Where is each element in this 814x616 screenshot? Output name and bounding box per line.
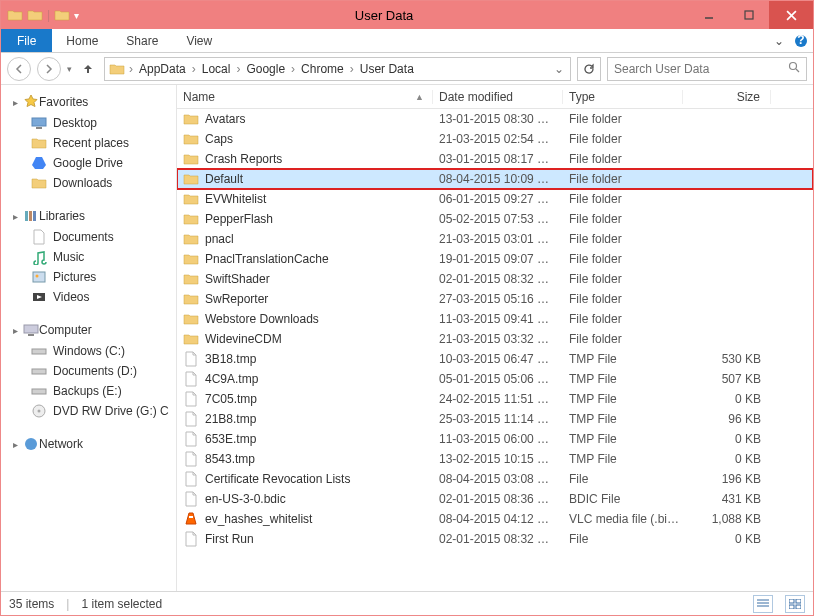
column-size[interactable]: Size [683,90,771,104]
sidebar-group-computer[interactable]: ▸ Computer [1,319,176,341]
details-view-button[interactable] [753,595,773,613]
column-date[interactable]: Date modified [433,90,563,104]
file-row[interactable]: 4C9A.tmp05-01-2015 05:06 …TMP File507 KB [177,369,813,389]
close-button[interactable] [769,1,813,29]
folder-icon [183,311,199,327]
file-row[interactable]: PepperFlash05-02-2015 07:53 …File folder [177,209,813,229]
recent-dropdown-icon[interactable]: ▾ [67,64,72,74]
file-row[interactable]: en-US-3-0.bdic02-01-2015 08:36 …BDIC Fil… [177,489,813,509]
sidebar-item-downloads[interactable]: Downloads [1,173,176,193]
sidebar-item-videos[interactable]: Videos [1,287,176,307]
file-row[interactable]: Webstore Downloads11-03-2015 09:41 …File… [177,309,813,329]
file-type: TMP File [563,452,683,466]
sidebar-item-drive-c[interactable]: Windows (C:) [1,341,176,361]
crumb[interactable]: Local [198,62,235,76]
search-box[interactable] [607,57,807,81]
chevron-right-icon[interactable]: › [127,62,135,76]
file-menu[interactable]: File [1,29,52,52]
crumb[interactable]: Chrome [297,62,348,76]
crumb[interactable]: AppData [135,62,190,76]
file-name: 3B18.tmp [205,352,256,366]
crumb[interactable]: User Data [356,62,418,76]
drive-icon [31,343,47,359]
breadcrumb-dropdown-icon[interactable]: ⌄ [550,62,568,76]
refresh-button[interactable] [577,57,601,81]
file-row[interactable]: Caps21-03-2015 02:54 …File folder [177,129,813,149]
file-row[interactable]: pnacl21-03-2015 03:01 …File folder [177,229,813,249]
sidebar-item-music[interactable]: Music [1,247,176,267]
file-row[interactable]: Default08-04-2015 10:09 …File folder [177,169,813,189]
file-row[interactable]: 21B8.tmp25-03-2015 11:14 …TMP File96 KB [177,409,813,429]
sidebar-item-drive-d[interactable]: Documents (D:) [1,361,176,381]
chevron-down-icon[interactable]: ▸ [13,325,23,336]
crumb[interactable]: Google [242,62,289,76]
search-input[interactable] [614,62,788,76]
sidebar-item-drive-e[interactable]: Backups (E:) [1,381,176,401]
titlebar[interactable]: | ▾ User Data [1,1,813,29]
file-type: BDIC File [563,492,683,506]
sidebar-item-desktop[interactable]: Desktop [1,113,176,133]
file-row[interactable]: 653E.tmp11-03-2015 06:00 …TMP File0 KB [177,429,813,449]
maximize-button[interactable] [729,1,769,29]
back-button[interactable] [7,57,31,81]
folder-icon [7,7,23,23]
chevron-right-icon[interactable]: › [289,62,297,76]
chevron-down-icon[interactable]: ▸ [13,439,23,450]
chevron-down-icon[interactable]: ▸ [13,211,23,222]
file-row[interactable]: First Run02-01-2015 08:32 …File0 KB [177,529,813,549]
file-row[interactable]: ev_hashes_whitelist08-04-2015 04:12 …VLC… [177,509,813,529]
column-type[interactable]: Type [563,90,683,104]
chevron-right-icon[interactable]: › [348,62,356,76]
google-drive-icon [31,155,47,171]
file-row[interactable]: Crash Reports03-01-2015 08:17 …File fold… [177,149,813,169]
help-icon[interactable]: ? [789,29,813,52]
file-row[interactable]: PnaclTranslationCache19-01-2015 09:07 …F… [177,249,813,269]
column-name[interactable]: Name▲ [177,90,433,104]
file-name: en-US-3-0.bdic [205,492,286,506]
file-row[interactable]: SwReporter27-03-2015 05:16 …File folder [177,289,813,309]
thumbnails-view-button[interactable] [785,595,805,613]
up-button[interactable] [78,59,98,79]
sidebar-group-favorites[interactable]: ▸ Favorites [1,91,176,113]
file-date: 02-01-2015 08:32 … [433,272,563,286]
search-icon[interactable] [788,61,800,76]
svg-rect-29 [796,599,801,603]
breadcrumb[interactable]: › AppData › Local › Google › Chrome › Us… [104,57,571,81]
sidebar-item-google-drive[interactable]: Google Drive [1,153,176,173]
file-name: First Run [205,532,254,546]
sidebar-item-pictures[interactable]: Pictures [1,267,176,287]
menu-share[interactable]: Share [112,29,172,52]
sidebar-item-dvd-drive[interactable]: DVD RW Drive (G:) C [1,401,176,421]
videos-icon [31,289,47,305]
chevron-right-icon[interactable]: › [234,62,242,76]
file-date: 05-02-2015 07:53 … [433,212,563,226]
ribbon-expand-icon[interactable]: ⌄ [769,29,789,52]
file-name: ev_hashes_whitelist [205,512,312,526]
sidebar-group-libraries[interactable]: ▸ Libraries [1,205,176,227]
sidebar-item-documents[interactable]: Documents [1,227,176,247]
file-date: 21-03-2015 03:32 … [433,332,563,346]
file-row[interactable]: Avatars13-01-2015 08:30 …File folder [177,109,813,129]
file-icon [183,411,199,427]
minimize-button[interactable] [689,1,729,29]
file-type: File folder [563,172,683,186]
file-size: 0 KB [683,392,771,406]
file-date: 11-03-2015 09:41 … [433,312,563,326]
svg-rect-24 [189,516,193,518]
folder-icon[interactable] [27,7,43,23]
file-row[interactable]: Certificate Revocation Lists08-04-2015 0… [177,469,813,489]
file-row[interactable]: 8543.tmp13-02-2015 10:15 …TMP File0 KB [177,449,813,469]
forward-button[interactable] [37,57,61,81]
file-row[interactable]: 3B18.tmp10-03-2015 06:47 …TMP File530 KB [177,349,813,369]
sidebar-item-recent-places[interactable]: Recent places [1,133,176,153]
chevron-down-icon[interactable]: ▸ [13,97,23,108]
file-row[interactable]: SwiftShader02-01-2015 08:32 …File folder [177,269,813,289]
menu-view[interactable]: View [172,29,226,52]
sidebar-group-network[interactable]: ▸ Network [1,433,176,455]
folder-icon[interactable] [54,7,70,23]
file-row[interactable]: 7C05.tmp24-02-2015 11:51 …TMP File0 KB [177,389,813,409]
file-row[interactable]: EVWhitelist06-01-2015 09:27 …File folder [177,189,813,209]
chevron-right-icon[interactable]: › [190,62,198,76]
file-row[interactable]: WidevineCDM21-03-2015 03:32 …File folder [177,329,813,349]
menu-home[interactable]: Home [52,29,112,52]
